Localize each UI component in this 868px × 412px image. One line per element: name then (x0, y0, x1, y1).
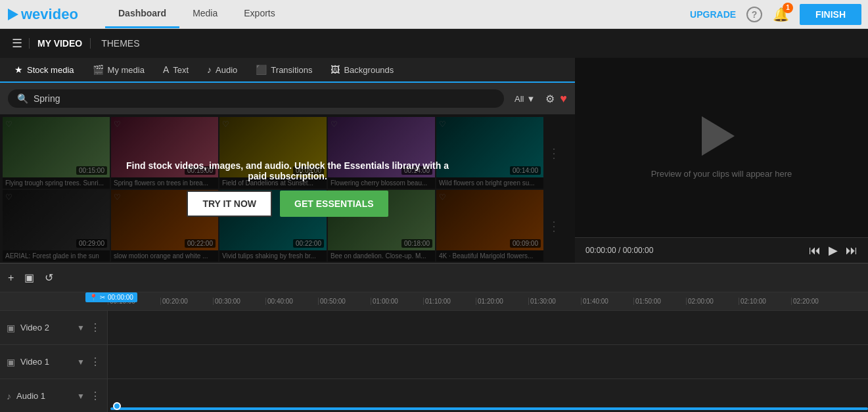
tab-transitions[interactable]: ⬛ Transitions (246, 58, 321, 81)
finish-button[interactable]: FINISH (800, 4, 861, 25)
tab-my-media-label: My media (108, 65, 145, 75)
video-grid: ♡ 00:15:00 Flying trough spring trees. S… (0, 114, 575, 263)
nav-right: UPGRADE ? 🔔 1 FINISH (690, 4, 868, 25)
track-video1-label: ▣ Video 1 ▼ ⋮ (0, 345, 108, 378)
track-audio1-content[interactable] (108, 379, 868, 412)
tab-text-label: Text (173, 65, 189, 75)
film-icon: 🎬 (93, 64, 104, 75)
help-icon[interactable]: ? (746, 7, 762, 22)
track-video1-options[interactable]: ⋮ (90, 355, 101, 368)
themes-label[interactable]: THEMES (91, 38, 150, 49)
tab-backgrounds[interactable]: 🖼 Backgrounds (321, 58, 403, 81)
playhead-time-marker: 📍 ✂ 00:00:00 (85, 292, 137, 302)
preview-play-button[interactable]: ▶ (829, 243, 838, 258)
nav-tabs: Dashboard Media Exports (105, 0, 288, 28)
all-filter[interactable]: All ▼ (509, 90, 540, 108)
track-video2: ▣ Video 2 ▼ ⋮ (0, 311, 868, 345)
track-video1: ▣ Video 1 ▼ ⋮ (0, 345, 868, 379)
timeline-toolbar: + ▣ ↺ (0, 263, 868, 292)
logo-play-icon (8, 9, 18, 20)
track-video2-expand[interactable]: ▼ (77, 323, 85, 332)
tab-stock-media-label: Stock media (27, 65, 74, 75)
ruler-mark-10: 01:50:00 (633, 298, 686, 305)
search-icon: 🔍 (17, 93, 28, 104)
ruler-mark-9: 01:40:00 (581, 298, 633, 305)
timeline-video-track-button[interactable]: ▣ (22, 269, 37, 286)
transitions-icon: ⬛ (256, 64, 267, 75)
tab-stock-media[interactable]: ★ Stock media (5, 58, 83, 83)
timeline-add-button[interactable]: + (5, 269, 16, 286)
try-it-now-button[interactable]: TRY IT NOW (187, 191, 272, 217)
logo-area: wevideo (0, 6, 105, 23)
chevron-down-icon: ▼ (526, 94, 535, 104)
track-video1-content[interactable] (108, 345, 868, 378)
ruler-mark-6: 01:10:00 (423, 298, 476, 305)
track-audio1: ♪ Audio 1 ▼ ⋮ (0, 379, 868, 412)
filter-label: All (514, 94, 524, 104)
track-audio1-options[interactable]: ⋮ (90, 390, 101, 402)
search-bar: 🔍 All ▼ ⚙ ♥ (0, 83, 575, 114)
second-navigation: ☰ MY VIDEO THEMES (0, 29, 868, 58)
filter-options-icon[interactable]: ⚙ (545, 93, 555, 105)
track-video2-name: Video 2 (20, 323, 72, 332)
track-audio1-expand[interactable]: ▼ (77, 392, 85, 401)
upgrade-button[interactable]: UPGRADE (690, 9, 736, 20)
track-video2-options[interactable]: ⋮ (90, 321, 101, 334)
preview-skip-back-button[interactable]: ⏮ (809, 244, 821, 258)
track-video2-content[interactable] (108, 311, 868, 344)
ruler-mark-12: 02:10:00 (739, 298, 791, 305)
favorites-heart-icon[interactable]: ♥ (560, 92, 567, 106)
get-essentials-button[interactable]: GET ESSENTIALS (280, 191, 388, 217)
tab-audio[interactable]: ♪ Audio (198, 58, 246, 81)
media-tabs: ★ Stock media 🎬 My media A Text ♪ Audio … (0, 58, 575, 83)
timeline-undo-button[interactable]: ↺ (42, 269, 56, 286)
tab-audio-label: Audio (216, 65, 237, 75)
ruler-marks: 00:10:00 00:20:00 00:30:00 00:40:00 00:5… (108, 298, 844, 305)
preview-time-display: 00:00:00 / 00:00:00 (585, 246, 801, 255)
my-video-label[interactable]: MY VIDEO (29, 38, 91, 49)
main-area: ★ Stock media 🎬 My media A Text ♪ Audio … (0, 58, 868, 263)
nav-tab-media[interactable]: Media (179, 0, 231, 28)
track-video2-label: ▣ Video 2 ▼ ⋮ (0, 311, 108, 344)
preview-panel: Preview of your clips will appear here 0… (575, 58, 868, 263)
pin-icon: 📍 (89, 294, 97, 301)
notification-badge: 1 (783, 3, 793, 13)
nav-tab-exports[interactable]: Exports (231, 0, 288, 28)
tracks-area: ▣ Video 2 ▼ ⋮ ▣ Video 1 ▼ ⋮ ♪ Audio 1 ▼ (0, 311, 868, 412)
ruler-mark-8: 01:30:00 (528, 298, 581, 305)
track-audio1-icon: ♪ (7, 391, 11, 401)
preview-skip-forward-button[interactable]: ⏭ (846, 244, 857, 258)
notifications-icon[interactable]: 🔔 1 (773, 7, 789, 22)
track-audio1-name: Audio 1 (16, 391, 72, 401)
nav-tab-dashboard[interactable]: Dashboard (105, 0, 179, 28)
unlock-overlay: Find stock videos, images, and audio. Un… (0, 114, 575, 263)
star-icon: ★ (14, 64, 23, 75)
left-panel: ★ Stock media 🎬 My media A Text ♪ Audio … (0, 58, 575, 263)
playhead-time-value: 00:00:00 (108, 294, 133, 301)
search-input-wrap[interactable]: 🔍 (8, 89, 504, 108)
tab-backgrounds-label: Backgrounds (344, 65, 394, 75)
backgrounds-icon: 🖼 (331, 64, 340, 75)
ruler-mark-7: 01:20:00 (476, 298, 528, 305)
ruler-mark-5: 01:00:00 (371, 298, 423, 305)
timeline-ruler: 📍 ✂ 00:00:00 00:10:00 00:20:00 00:30:00 … (0, 292, 868, 311)
track-video1-icon: ▣ (7, 357, 15, 367)
search-input[interactable] (34, 93, 495, 104)
tab-transitions-label: Transitions (271, 65, 312, 75)
audio-scrubber[interactable] (113, 402, 121, 410)
preview-controls: 00:00:00 / 00:00:00 ⏮ ▶ ⏭ (575, 237, 868, 263)
text-icon: A (163, 64, 169, 75)
track-video1-expand[interactable]: ▼ (77, 357, 85, 367)
tab-text[interactable]: A Text (154, 58, 198, 81)
track-audio1-label: ♪ Audio 1 ▼ ⋮ (0, 379, 108, 412)
overlay-message-text: Find stock videos, images, and audio. Un… (124, 160, 452, 181)
ruler-mark-13: 02:20:00 (791, 298, 844, 305)
logo-we: we (21, 6, 40, 22)
timeline-area: + ▣ ↺ 📍 ✂ 00:00:00 00:10:00 00:20:00 00:… (0, 263, 868, 412)
playhead-indicator: 📍 ✂ 00:00:00 (85, 292, 137, 302)
hamburger-menu[interactable]: ☰ (5, 36, 29, 51)
tab-my-media[interactable]: 🎬 My media (83, 58, 154, 81)
track-video1-name: Video 1 (20, 357, 72, 367)
overlay-buttons: TRY IT NOW GET ESSENTIALS (187, 191, 388, 217)
scissor-icon: ✂ (100, 294, 105, 301)
